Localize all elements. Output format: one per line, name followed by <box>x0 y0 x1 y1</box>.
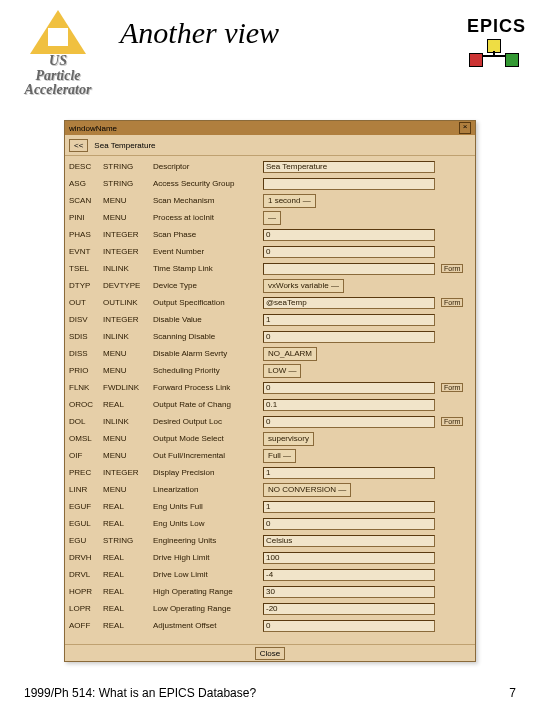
field-name: FLNK <box>69 383 101 392</box>
field-row: ASGSTRINGAccess Security Group <box>65 175 475 192</box>
field-type: REAL <box>103 604 151 613</box>
field-name: EGU <box>69 536 101 545</box>
field-desc: Output Specification <box>153 298 261 307</box>
logo-text: US Particle Accelerator <box>8 54 108 98</box>
field-name: DISV <box>69 315 101 324</box>
field-name: DESC <box>69 162 101 171</box>
field-type: INTEGER <box>103 315 151 324</box>
form-button[interactable]: Form <box>441 417 463 426</box>
field-desc: High Operating Range <box>153 587 261 596</box>
back-button[interactable]: << <box>69 139 88 152</box>
field-type: FWDLINK <box>103 383 151 392</box>
field-row: DISSMENUDisable Alarm SevrtyNO_ALARM <box>65 345 475 362</box>
field-desc: Time Stamp Link <box>153 264 261 273</box>
field-name: DISS <box>69 349 101 358</box>
field-input[interactable]: 0 <box>263 416 435 428</box>
field-input[interactable]: Sea Temperature <box>263 161 435 173</box>
field-input[interactable]: Celsius <box>263 535 435 547</box>
field-name: PREC <box>69 468 101 477</box>
field-input[interactable]: 0 <box>263 331 435 343</box>
form-button[interactable]: Form <box>441 298 463 307</box>
field-name: LINR <box>69 485 101 494</box>
field-input[interactable]: -4 <box>263 569 435 581</box>
field-menu[interactable]: — <box>263 211 281 225</box>
field-desc: Scan Phase <box>153 230 261 239</box>
field-menu[interactable]: LOW — <box>263 364 301 378</box>
field-name: HOPR <box>69 587 101 596</box>
close-button[interactable]: Close <box>255 647 285 660</box>
field-type: REAL <box>103 400 151 409</box>
field-menu[interactable]: NO_ALARM <box>263 347 317 361</box>
field-type: REAL <box>103 570 151 579</box>
field-input[interactable]: 0 <box>263 229 435 241</box>
field-input[interactable]: 1 <box>263 467 435 479</box>
field-input[interactable]: 1 <box>263 501 435 513</box>
field-row: FLNKFWDLINKForward Process Link0Form <box>65 379 475 396</box>
field-type: INTEGER <box>103 247 151 256</box>
field-menu[interactable]: vxWorks variable — <box>263 279 344 293</box>
field-row: SCANMENUScan Mechanism1 second — <box>65 192 475 209</box>
field-row: PRIOMENUScheduling PriorityLOW — <box>65 362 475 379</box>
field-input[interactable]: 1 <box>263 314 435 326</box>
field-input[interactable]: @seaTemp <box>263 297 435 309</box>
field-name: DRVH <box>69 553 101 562</box>
field-input[interactable]: 100 <box>263 552 435 564</box>
field-row: TSELINLINKTime Stamp LinkForm <box>65 260 475 277</box>
field-type: REAL <box>103 519 151 528</box>
field-row: DISVINTEGERDisable Value1 <box>65 311 475 328</box>
field-menu[interactable]: 1 second — <box>263 194 316 208</box>
field-row: DTYPDEVTYPEDevice TypevxWorks variable — <box>65 277 475 294</box>
field-input[interactable]: 0 <box>263 382 435 394</box>
dct-window: windowName × << Sea Temperature DESCSTRI… <box>64 120 476 662</box>
field-desc: Output Mode Select <box>153 434 261 443</box>
field-row: DRVLREALDrive Low Limit-4 <box>65 566 475 583</box>
field-type: MENU <box>103 213 151 222</box>
field-input[interactable]: 0.1 <box>263 399 435 411</box>
field-desc: Drive High Limit <box>153 553 261 562</box>
field-input[interactable] <box>263 178 435 190</box>
field-desc: Display Precision <box>153 468 261 477</box>
field-input[interactable]: 0 <box>263 246 435 258</box>
field-menu[interactable]: Full — <box>263 449 296 463</box>
field-input[interactable] <box>263 263 435 275</box>
field-desc: Drive Low Limit <box>153 570 261 579</box>
field-type: MENU <box>103 434 151 443</box>
field-row: DOLINLINKDesired Output Loc0Form <box>65 413 475 430</box>
field-input[interactable]: 0 <box>263 518 435 530</box>
field-desc: Disable Value <box>153 315 261 324</box>
window-title: windowName <box>69 124 117 133</box>
field-desc: Out Full/Incremental <box>153 451 261 460</box>
field-name: EVNT <box>69 247 101 256</box>
field-desc: Engineering Units <box>153 536 261 545</box>
form-button[interactable]: Form <box>441 264 463 273</box>
field-type: DEVTYPE <box>103 281 151 290</box>
square-red-icon <box>469 53 483 67</box>
field-name: TSEL <box>69 264 101 273</box>
field-type: REAL <box>103 553 151 562</box>
field-row: LINRMENULinearizationNO CONVERSION — <box>65 481 475 498</box>
field-row: DESCSTRINGDescriptorSea Temperature <box>65 158 475 175</box>
field-name: DOL <box>69 417 101 426</box>
field-name: LOPR <box>69 604 101 613</box>
form-button[interactable]: Form <box>441 383 463 392</box>
field-row: HOPRREALHigh Operating Range30 <box>65 583 475 600</box>
field-row: PINIMENUProcess at iocInit— <box>65 209 475 226</box>
field-menu[interactable]: NO CONVERSION — <box>263 483 351 497</box>
field-type: INLINK <box>103 417 151 426</box>
close-icon[interactable]: × <box>459 122 471 134</box>
field-menu[interactable]: supervisory <box>263 432 314 446</box>
field-row: EGUFREALEng Units Full1 <box>65 498 475 515</box>
field-row: OUTOUTLINKOutput Specification@seaTempFo… <box>65 294 475 311</box>
field-type: MENU <box>103 451 151 460</box>
field-row: OIFMENUOut Full/IncrementalFull — <box>65 447 475 464</box>
field-input[interactable]: 0 <box>263 620 435 632</box>
field-desc: Scanning Disable <box>153 332 261 341</box>
epics-logo: EPICS <box>467 16 526 67</box>
field-input[interactable]: -20 <box>263 603 435 615</box>
field-name: SCAN <box>69 196 101 205</box>
field-desc: Descriptor <box>153 162 261 171</box>
field-row: AOFFREALAdjustment Offset0 <box>65 617 475 634</box>
field-input[interactable]: 30 <box>263 586 435 598</box>
field-name: EGUL <box>69 519 101 528</box>
field-row: OROCREALOutput Rate of Chang0.1 <box>65 396 475 413</box>
